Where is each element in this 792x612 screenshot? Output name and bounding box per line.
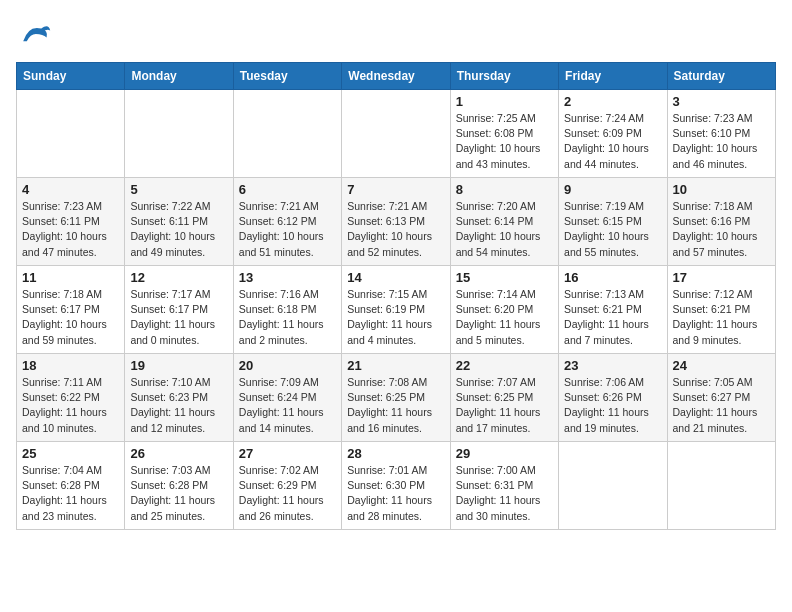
calendar: SundayMondayTuesdayWednesdayThursdayFrid… [16, 62, 776, 530]
day-info: Sunrise: 7:01 AM Sunset: 6:30 PM Dayligh… [347, 463, 444, 524]
calendar-cell: 5Sunrise: 7:22 AM Sunset: 6:11 PM Daylig… [125, 178, 233, 266]
day-info: Sunrise: 7:00 AM Sunset: 6:31 PM Dayligh… [456, 463, 553, 524]
calendar-cell [125, 90, 233, 178]
day-info: Sunrise: 7:21 AM Sunset: 6:13 PM Dayligh… [347, 199, 444, 260]
day-number: 4 [22, 182, 119, 197]
day-number: 3 [673, 94, 770, 109]
calendar-cell: 19Sunrise: 7:10 AM Sunset: 6:23 PM Dayli… [125, 354, 233, 442]
day-number: 7 [347, 182, 444, 197]
weekday-header-monday: Monday [125, 63, 233, 90]
weekday-header-tuesday: Tuesday [233, 63, 341, 90]
weekday-header-wednesday: Wednesday [342, 63, 450, 90]
day-number: 19 [130, 358, 227, 373]
day-number: 20 [239, 358, 336, 373]
logo [16, 16, 56, 52]
calendar-cell: 27Sunrise: 7:02 AM Sunset: 6:29 PM Dayli… [233, 442, 341, 530]
calendar-cell: 25Sunrise: 7:04 AM Sunset: 6:28 PM Dayli… [17, 442, 125, 530]
day-info: Sunrise: 7:08 AM Sunset: 6:25 PM Dayligh… [347, 375, 444, 436]
calendar-cell: 28Sunrise: 7:01 AM Sunset: 6:30 PM Dayli… [342, 442, 450, 530]
day-info: Sunrise: 7:05 AM Sunset: 6:27 PM Dayligh… [673, 375, 770, 436]
day-info: Sunrise: 7:15 AM Sunset: 6:19 PM Dayligh… [347, 287, 444, 348]
calendar-cell: 10Sunrise: 7:18 AM Sunset: 6:16 PM Dayli… [667, 178, 775, 266]
calendar-cell: 16Sunrise: 7:13 AM Sunset: 6:21 PM Dayli… [559, 266, 667, 354]
calendar-cell [667, 442, 775, 530]
calendar-cell: 18Sunrise: 7:11 AM Sunset: 6:22 PM Dayli… [17, 354, 125, 442]
day-info: Sunrise: 7:11 AM Sunset: 6:22 PM Dayligh… [22, 375, 119, 436]
calendar-cell: 17Sunrise: 7:12 AM Sunset: 6:21 PM Dayli… [667, 266, 775, 354]
day-number: 22 [456, 358, 553, 373]
day-info: Sunrise: 7:18 AM Sunset: 6:17 PM Dayligh… [22, 287, 119, 348]
calendar-cell [233, 90, 341, 178]
day-number: 28 [347, 446, 444, 461]
day-info: Sunrise: 7:04 AM Sunset: 6:28 PM Dayligh… [22, 463, 119, 524]
day-number: 9 [564, 182, 661, 197]
day-number: 29 [456, 446, 553, 461]
calendar-cell: 14Sunrise: 7:15 AM Sunset: 6:19 PM Dayli… [342, 266, 450, 354]
weekday-header-thursday: Thursday [450, 63, 558, 90]
day-number: 2 [564, 94, 661, 109]
calendar-cell: 4Sunrise: 7:23 AM Sunset: 6:11 PM Daylig… [17, 178, 125, 266]
day-number: 5 [130, 182, 227, 197]
calendar-cell: 15Sunrise: 7:14 AM Sunset: 6:20 PM Dayli… [450, 266, 558, 354]
day-number: 16 [564, 270, 661, 285]
day-number: 11 [22, 270, 119, 285]
day-info: Sunrise: 7:10 AM Sunset: 6:23 PM Dayligh… [130, 375, 227, 436]
header [16, 16, 776, 52]
calendar-cell: 23Sunrise: 7:06 AM Sunset: 6:26 PM Dayli… [559, 354, 667, 442]
calendar-cell: 24Sunrise: 7:05 AM Sunset: 6:27 PM Dayli… [667, 354, 775, 442]
calendar-cell: 3Sunrise: 7:23 AM Sunset: 6:10 PM Daylig… [667, 90, 775, 178]
day-number: 24 [673, 358, 770, 373]
weekday-header-friday: Friday [559, 63, 667, 90]
day-info: Sunrise: 7:12 AM Sunset: 6:21 PM Dayligh… [673, 287, 770, 348]
day-number: 21 [347, 358, 444, 373]
calendar-cell: 12Sunrise: 7:17 AM Sunset: 6:17 PM Dayli… [125, 266, 233, 354]
calendar-cell: 1Sunrise: 7:25 AM Sunset: 6:08 PM Daylig… [450, 90, 558, 178]
day-number: 17 [673, 270, 770, 285]
calendar-cell: 13Sunrise: 7:16 AM Sunset: 6:18 PM Dayli… [233, 266, 341, 354]
day-number: 26 [130, 446, 227, 461]
week-row-3: 11Sunrise: 7:18 AM Sunset: 6:17 PM Dayli… [17, 266, 776, 354]
day-number: 12 [130, 270, 227, 285]
day-number: 25 [22, 446, 119, 461]
day-number: 1 [456, 94, 553, 109]
day-info: Sunrise: 7:25 AM Sunset: 6:08 PM Dayligh… [456, 111, 553, 172]
calendar-cell: 8Sunrise: 7:20 AM Sunset: 6:14 PM Daylig… [450, 178, 558, 266]
calendar-cell [559, 442, 667, 530]
day-info: Sunrise: 7:03 AM Sunset: 6:28 PM Dayligh… [130, 463, 227, 524]
calendar-cell: 11Sunrise: 7:18 AM Sunset: 6:17 PM Dayli… [17, 266, 125, 354]
day-number: 8 [456, 182, 553, 197]
calendar-cell [17, 90, 125, 178]
day-number: 27 [239, 446, 336, 461]
day-info: Sunrise: 7:19 AM Sunset: 6:15 PM Dayligh… [564, 199, 661, 260]
day-number: 15 [456, 270, 553, 285]
week-row-4: 18Sunrise: 7:11 AM Sunset: 6:22 PM Dayli… [17, 354, 776, 442]
week-row-1: 1Sunrise: 7:25 AM Sunset: 6:08 PM Daylig… [17, 90, 776, 178]
day-info: Sunrise: 7:14 AM Sunset: 6:20 PM Dayligh… [456, 287, 553, 348]
day-info: Sunrise: 7:23 AM Sunset: 6:10 PM Dayligh… [673, 111, 770, 172]
day-number: 13 [239, 270, 336, 285]
calendar-cell: 29Sunrise: 7:00 AM Sunset: 6:31 PM Dayli… [450, 442, 558, 530]
week-row-2: 4Sunrise: 7:23 AM Sunset: 6:11 PM Daylig… [17, 178, 776, 266]
day-info: Sunrise: 7:22 AM Sunset: 6:11 PM Dayligh… [130, 199, 227, 260]
day-info: Sunrise: 7:17 AM Sunset: 6:17 PM Dayligh… [130, 287, 227, 348]
calendar-cell: 20Sunrise: 7:09 AM Sunset: 6:24 PM Dayli… [233, 354, 341, 442]
day-info: Sunrise: 7:13 AM Sunset: 6:21 PM Dayligh… [564, 287, 661, 348]
calendar-cell: 2Sunrise: 7:24 AM Sunset: 6:09 PM Daylig… [559, 90, 667, 178]
day-number: 14 [347, 270, 444, 285]
calendar-cell: 6Sunrise: 7:21 AM Sunset: 6:12 PM Daylig… [233, 178, 341, 266]
day-info: Sunrise: 7:18 AM Sunset: 6:16 PM Dayligh… [673, 199, 770, 260]
day-info: Sunrise: 7:06 AM Sunset: 6:26 PM Dayligh… [564, 375, 661, 436]
calendar-cell: 7Sunrise: 7:21 AM Sunset: 6:13 PM Daylig… [342, 178, 450, 266]
week-row-5: 25Sunrise: 7:04 AM Sunset: 6:28 PM Dayli… [17, 442, 776, 530]
calendar-cell: 21Sunrise: 7:08 AM Sunset: 6:25 PM Dayli… [342, 354, 450, 442]
weekday-header-sunday: Sunday [17, 63, 125, 90]
logo-icon [16, 16, 52, 52]
day-info: Sunrise: 7:07 AM Sunset: 6:25 PM Dayligh… [456, 375, 553, 436]
calendar-cell [342, 90, 450, 178]
calendar-cell: 22Sunrise: 7:07 AM Sunset: 6:25 PM Dayli… [450, 354, 558, 442]
weekday-header-saturday: Saturday [667, 63, 775, 90]
calendar-header: SundayMondayTuesdayWednesdayThursdayFrid… [17, 63, 776, 90]
day-info: Sunrise: 7:23 AM Sunset: 6:11 PM Dayligh… [22, 199, 119, 260]
day-info: Sunrise: 7:16 AM Sunset: 6:18 PM Dayligh… [239, 287, 336, 348]
day-number: 23 [564, 358, 661, 373]
